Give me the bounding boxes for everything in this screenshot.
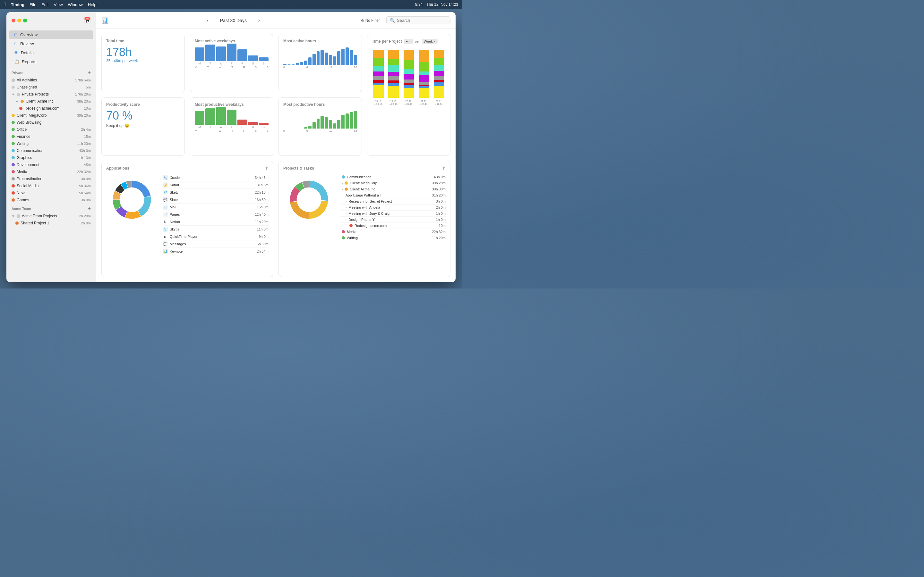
project-list-item[interactable]: › Client: MegaCorp 39h 20m (340, 180, 446, 186)
sidebar-client-acme[interactable]: ▼ Client: Acme Inc. 38h 20m (6, 98, 96, 105)
project-list-item[interactable]: App Usage Without a T... 31h 20m (340, 192, 446, 198)
next-period-button[interactable]: › (255, 17, 263, 24)
app-list-item[interactable]: ▶ QuickTime Player 9h 0m (163, 233, 268, 240)
sidebar-games[interactable]: Games 3h 0m (6, 197, 96, 203)
sidebar-social-media[interactable]: Social Media 5h 36m (6, 182, 96, 189)
megacorp-label: Client: MegaCorp (17, 113, 47, 118)
app-list-item[interactable]: 💬 Slack 16h 30m (163, 196, 268, 203)
search-box[interactable]: 🔍 (386, 16, 451, 24)
sidebar-all-activities[interactable]: All Activities 178h 54m (6, 77, 96, 84)
sidebar-private-projects[interactable]: ▼ Private Projects 176h 29m (6, 91, 96, 98)
web-browsing-label: Web Browsing (17, 120, 41, 125)
close-button[interactable] (11, 19, 15, 23)
expand-icon[interactable]: › (342, 187, 342, 191)
search-icon: 🔍 (390, 18, 395, 23)
search-input[interactable] (397, 18, 447, 23)
app-icon: 📊 (163, 249, 168, 254)
sidebar-unassigned[interactable]: Unassigned 5m (6, 84, 96, 91)
sidebar-shared-project-1[interactable]: Shared Project 1 2h 0m (6, 219, 96, 227)
app-list-item[interactable]: 📊 Keynote 2h 54m (163, 248, 268, 255)
menu-edit[interactable]: Edit (41, 2, 48, 7)
project-list-item[interactable]: › Client: Acme Inc. 38h 30m (340, 186, 446, 192)
app-list-item[interactable]: N Notion 11h 20m (163, 218, 268, 226)
app-list-item[interactable]: S Skype 11h 0m (163, 226, 268, 233)
bar-column: T (227, 110, 236, 129)
minimize-button[interactable] (17, 19, 21, 23)
maximize-button[interactable] (23, 19, 27, 23)
menu-help[interactable]: Help (88, 2, 97, 7)
tpp-week-close-icon[interactable]: × (434, 39, 436, 43)
filter-button[interactable]: ⊘ No Filter (359, 17, 383, 24)
shared-project-label: Shared Project 1 (21, 221, 49, 226)
sidebar-news[interactable]: News 5h 54m (6, 189, 96, 197)
sidebar-media[interactable]: Media 22h 32m (6, 168, 96, 175)
total-time-sub: 35h 46m per week (106, 59, 180, 63)
project-list-item[interactable]: Writing 11h 20m (340, 235, 446, 241)
app-list-item[interactable]: 📄 Pages 12h 40m (163, 211, 268, 218)
project-list-item[interactable]: › Meeting with Angela 2h 0m (340, 205, 446, 211)
project-list-item[interactable]: › Research for Secret Project 3h 0m (340, 198, 446, 205)
share-apps-icon[interactable]: ⬆ (265, 166, 268, 171)
sidebar-megacorp[interactable]: Client: MegaCorp 39h 20m (6, 112, 96, 119)
bar-stack (419, 50, 429, 98)
app-list-item[interactable]: ✉️ Mail 15h 0m (163, 203, 268, 211)
sidebar-writing[interactable]: Writing 11h 20m (6, 140, 96, 147)
app-time: 22h 13m (255, 190, 268, 194)
add-private-button[interactable]: + (88, 70, 91, 75)
project-list-item[interactable]: Media 22h 32m (340, 229, 446, 235)
sidebar-graphics[interactable]: Graphics 1h 13m (6, 154, 96, 161)
sidebar-procrastination[interactable]: Procrastination 3h 0m (6, 175, 96, 182)
sidebar-development[interactable]: Development 45m (6, 161, 96, 168)
timeline-icon[interactable]: 📊 (102, 17, 108, 24)
sidebar-item-overview[interactable]: ⊞ Overview (9, 31, 94, 39)
app-name: Pages (170, 213, 253, 216)
project-dot (349, 224, 352, 227)
finance-dot (11, 135, 15, 138)
app-list-item[interactable]: 🔧 Xcode 34h 45m (163, 174, 268, 181)
prev-period-button[interactable]: ‹ (204, 17, 212, 24)
sidebar-acme-team-projects[interactable]: ▼ Acme Team Projects 2h 20m (6, 213, 96, 219)
active-hours-title: Most active hours (283, 39, 357, 43)
app-list-item[interactable]: 💎 Sketch 22h 13m (163, 189, 268, 196)
project-list-item[interactable]: Redesign acme.com 10m (340, 223, 446, 229)
sidebar-item-reports[interactable]: 📋 Reports (9, 57, 94, 66)
tpp-close-icon[interactable]: × (409, 39, 411, 43)
procrastination-time: 3h 0m (81, 177, 91, 181)
sidebar-redesign-acme[interactable]: Redesign acme.com 10m (6, 105, 96, 112)
menu-window[interactable]: Window (68, 2, 83, 7)
project-list-item[interactable]: › Design iPhone Y 1h 0m (340, 217, 446, 223)
project-dot (342, 175, 345, 179)
sidebar-communication[interactable]: Communication 43h 0m (6, 147, 96, 154)
sidebar-item-details[interactable]: 👁 Details (9, 48, 94, 57)
menu-view[interactable]: View (54, 2, 63, 7)
tpp-week-badge[interactable]: Week × (422, 39, 438, 44)
productive-weekdays-chart: MTWTFSS (195, 109, 268, 129)
redesign-time: 10m (84, 106, 91, 110)
productivity-card: Productivity score 70 % Keep it up 😊 (102, 97, 185, 156)
tpp-project-badge[interactable]: ● × (404, 39, 413, 44)
app-list-item[interactable]: 💬 Messages 5h 30m (163, 240, 268, 248)
review-icon: ⊙ (14, 41, 18, 46)
app-icon: 📄 (163, 212, 168, 217)
sidebar-office[interactable]: Office 2h 4m (6, 126, 96, 133)
app-time: 9h 0m (258, 235, 268, 239)
sidebar-web-browsing[interactable]: Web Browsing (6, 119, 96, 126)
app-time: 2h 54m (257, 250, 268, 253)
calendar-icon[interactable]: 📅 (84, 17, 91, 24)
share-projects-icon[interactable]: ⬆ (442, 166, 446, 171)
sidebar-item-review[interactable]: ⊙ Review (9, 39, 94, 48)
bar-column (346, 113, 349, 129)
expand-icon[interactable]: › (346, 200, 347, 203)
project-list-item[interactable]: › Meeting with Jony & Craig 1h 0m (340, 211, 446, 217)
expand-icon[interactable]: › (346, 206, 347, 210)
add-acme-team-button[interactable]: + (88, 206, 91, 211)
app-icon: 🧭 (163, 182, 168, 187)
expand-icon[interactable]: › (342, 181, 342, 185)
menu-file[interactable]: File (29, 2, 36, 7)
expand-icon[interactable]: › (346, 218, 347, 221)
expand-icon[interactable]: › (346, 212, 347, 215)
app-list-item[interactable]: 🧭 Safari 31h 5m (163, 181, 268, 189)
sidebar-finance[interactable]: Finance 15m (6, 133, 96, 140)
project-list-item[interactable]: Communication 43h 0m (340, 174, 446, 180)
bar-column (329, 55, 332, 65)
